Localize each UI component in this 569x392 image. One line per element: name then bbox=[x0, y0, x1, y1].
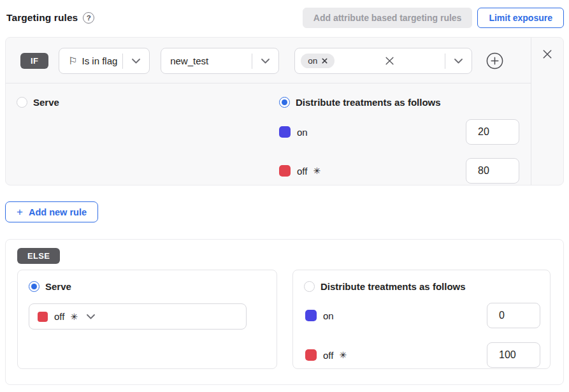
help-icon[interactable]: ? bbox=[83, 12, 94, 24]
treatment-tag-label: on bbox=[308, 56, 317, 66]
add-new-rule-label: Add new rule bbox=[29, 207, 87, 217]
if-rule-card: IF ⚐ Is in flag new_test bbox=[5, 37, 564, 185]
flag-icon: ⚐ bbox=[68, 56, 77, 66]
serve-radio-label[interactable]: Serve bbox=[33, 97, 59, 108]
add-attribute-rules-button[interactable]: Add attribute based targeting rules bbox=[303, 8, 473, 28]
else-options-row: Serve off ✳ Distribute treatments as fol… bbox=[17, 270, 551, 369]
else-serve-radio-label[interactable]: Serve bbox=[45, 281, 71, 292]
condition-row: IF ⚐ Is in flag new_test bbox=[6, 38, 531, 83]
treatment-percent-input[interactable] bbox=[487, 342, 540, 368]
flag-name-select[interactable]: new_test bbox=[161, 48, 279, 74]
else-distribute-radio[interactable] bbox=[304, 281, 315, 292]
else-badge: ELSE bbox=[17, 248, 60, 264]
treatments-multiselect[interactable]: on bbox=[294, 48, 472, 74]
treatment-name: off bbox=[297, 166, 307, 177]
select-divider bbox=[445, 54, 445, 69]
serve-option: Serve bbox=[17, 97, 279, 185]
treatment-color-swatch bbox=[305, 349, 317, 361]
default-treatment-icon: ✳ bbox=[70, 312, 78, 322]
treatment-name: off bbox=[54, 311, 64, 322]
targeting-rules-page: Targeting rules ? Add attribute based ta… bbox=[0, 0, 569, 392]
chevron-down-icon bbox=[261, 59, 270, 64]
else-distribute-radio-label[interactable]: Distribute treatments as follows bbox=[321, 281, 466, 292]
else-serve-card: Serve off ✳ bbox=[17, 270, 277, 369]
header: Targeting rules ? Add attribute based ta… bbox=[0, 0, 569, 28]
treatment-color-swatch bbox=[279, 165, 291, 177]
treatment-percent-input[interactable] bbox=[466, 158, 519, 184]
chevron-down-icon bbox=[454, 59, 463, 64]
flag-name-value: new_test bbox=[170, 55, 208, 66]
treatment-tag: on bbox=[301, 54, 335, 68]
select-divider bbox=[122, 54, 123, 69]
if-rule-main: IF ⚐ Is in flag new_test bbox=[6, 38, 531, 185]
treatment-color-swatch bbox=[305, 310, 317, 321]
page-title: Targeting rules bbox=[6, 12, 78, 24]
distribute-option: Distribute treatments as follows on off … bbox=[279, 97, 531, 185]
matcher-select-value: Is in flag bbox=[82, 55, 118, 66]
treatment-row-on: on bbox=[279, 119, 531, 145]
remove-tag-icon[interactable] bbox=[322, 58, 328, 64]
else-serve-treatment-select[interactable]: off ✳ bbox=[29, 303, 247, 330]
limit-exposure-button[interactable]: Limit exposure bbox=[477, 8, 564, 28]
treatment-name: off bbox=[323, 350, 333, 361]
treatment-color-swatch bbox=[38, 312, 48, 322]
else-serve-radio[interactable] bbox=[29, 281, 40, 292]
plus-icon: + bbox=[17, 207, 23, 217]
matcher-select[interactable]: ⚐ Is in flag bbox=[59, 48, 150, 74]
treatment-row-on: on bbox=[304, 303, 540, 328]
add-condition-icon[interactable] bbox=[486, 52, 503, 69]
select-divider bbox=[252, 54, 252, 69]
treatment-name: on bbox=[323, 310, 334, 321]
treatment-row-off: off ✳ bbox=[279, 158, 531, 184]
default-treatment-icon: ✳ bbox=[313, 166, 321, 176]
chevron-down-icon bbox=[87, 314, 95, 319]
distribute-radio-label[interactable]: Distribute treatments as follows bbox=[296, 97, 441, 108]
else-distribute-card: Distribute treatments as follows on off … bbox=[292, 270, 551, 369]
serve-distribute-row: Serve Distribute treatments as follows o… bbox=[6, 83, 531, 185]
treatment-color-swatch bbox=[279, 126, 291, 138]
distribute-radio[interactable] bbox=[279, 97, 290, 108]
default-treatment-icon: ✳ bbox=[339, 350, 347, 360]
clear-selection-icon[interactable] bbox=[385, 56, 394, 66]
treatment-name: on bbox=[297, 127, 308, 138]
close-icon[interactable] bbox=[542, 49, 552, 59]
treatment-percent-input[interactable] bbox=[487, 303, 540, 328]
serve-radio[interactable] bbox=[17, 97, 27, 108]
treatment-row-off: off ✳ bbox=[304, 342, 540, 368]
if-badge: IF bbox=[20, 53, 48, 69]
add-new-rule-button[interactable]: + Add new rule bbox=[5, 201, 98, 222]
chevron-down-icon bbox=[132, 59, 140, 64]
rule-close-column bbox=[531, 38, 563, 185]
treatment-percent-input[interactable] bbox=[466, 119, 519, 145]
else-rule-card: ELSE Serve off ✳ bbox=[5, 239, 564, 385]
